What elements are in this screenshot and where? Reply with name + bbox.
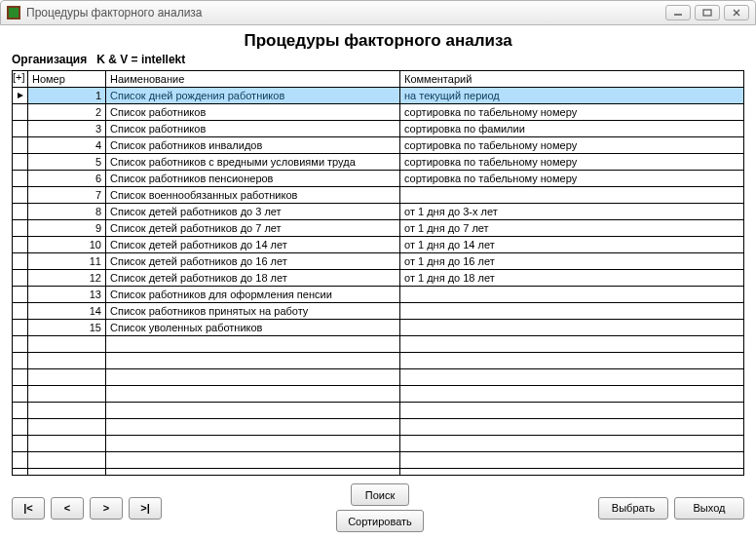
col-header-marker[interactable]: [+] [13,71,28,87]
cell-num: 2 [28,104,106,120]
table-row[interactable] [13,452,743,469]
cell-empty [13,403,28,418]
cell-name: Список детей работников до 7 лет [106,220,400,236]
exit-button[interactable]: Выход [674,497,744,520]
sort-button[interactable]: Сортировать [336,510,424,532]
cell-num: 4 [28,137,106,153]
cell-empty [28,336,106,352]
col-header-name[interactable]: Наименование [106,71,400,87]
row-marker [13,88,28,103]
table-row[interactable]: 7Список военнообязанных работников [13,187,743,204]
cell-empty [28,369,106,385]
cell-comment: сортировка по табельному номеру [400,137,743,153]
cell-name: Список военнообязанных работников [106,187,400,203]
cell-empty [106,403,400,418]
cell-num: 7 [28,187,106,203]
cell-empty [13,436,28,451]
table-row[interactable]: 3Список работниковсортировка по фамилии [13,121,743,137]
close-button[interactable] [724,5,749,20]
table-row[interactable]: 9Список детей работников до 7 летот 1 дн… [13,220,743,237]
cell-empty [13,353,28,368]
nav-last-button[interactable]: >| [129,497,162,520]
cell-comment [400,303,743,319]
cell-empty [400,419,743,435]
cell-empty [106,336,400,352]
cell-empty [13,452,28,468]
cell-comment: сортировка по табельному номеру [400,154,743,170]
cell-comment: от 1 дня до 14 лет [400,237,743,252]
table-row[interactable]: 12Список детей работников до 18 летот 1 … [13,270,743,287]
table-row[interactable] [13,469,743,475]
cell-comment [400,320,743,335]
table-row[interactable]: 11Список детей работников до 16 летот 1 … [13,253,743,270]
org-value: K & V = intellekt [96,53,185,66]
table-row[interactable]: 8Список детей работников до 3 летот 1 дн… [13,204,743,220]
table-row[interactable] [13,419,743,436]
cell-name: Список работников [106,121,400,136]
cell-num: 11 [28,253,106,269]
table-row[interactable] [13,369,743,386]
cell-num: 15 [28,320,106,335]
data-grid[interactable]: [+] Номер Наименование Комментарий 1Спис… [12,70,744,476]
cell-num: 13 [28,287,106,302]
table-row[interactable]: 2Список работниковсортировка по табельно… [13,104,743,121]
cell-comment: сортировка по табельному номеру [400,171,743,186]
row-marker [13,121,28,136]
cell-num: 9 [28,220,106,236]
table-row[interactable] [13,436,743,452]
svg-rect-3 [703,10,711,16]
nav-first-button[interactable]: |< [12,497,45,520]
table-row[interactable]: 5Список работников с вредными условиями … [13,154,743,171]
col-header-num[interactable]: Номер [28,71,106,87]
cell-empty [13,336,28,352]
cell-empty [106,419,400,435]
cell-empty [13,469,28,475]
select-button[interactable]: Выбрать [598,497,668,520]
table-row[interactable]: 6Список работников пенсионеровсортировка… [13,171,743,187]
svg-rect-1 [9,8,19,18]
app-icon [7,6,20,19]
nav-group: |< < > >| [12,497,162,520]
minimize-button[interactable] [665,5,691,20]
org-label: Организация [12,53,87,66]
row-marker [13,237,28,252]
footer: |< < > >| Поиск Сортировать Выбрать Выхо… [12,476,744,532]
table-row[interactable] [13,336,743,353]
cell-empty [13,386,28,402]
maximize-button[interactable] [695,5,720,20]
cell-num: 5 [28,154,106,170]
table-row[interactable]: 1Список дней рождения работниковна текущ… [13,88,743,104]
row-marker [13,287,28,302]
window-title: Процедуры факторного анализа [26,6,203,19]
cell-empty [106,469,400,475]
cell-empty [400,452,743,468]
cell-empty [106,353,400,368]
table-row[interactable]: 10Список детей работников до 14 летот 1 … [13,237,743,253]
table-row[interactable]: 15Список уволенных работников [13,320,743,336]
table-row[interactable]: 14Список работников принятых на работу [13,303,743,320]
table-row[interactable]: 13Список работников для оформления пенси… [13,287,743,303]
cell-name: Список дней рождения работников [106,88,400,103]
cell-comment: от 1 дня до 7 лет [400,220,743,236]
table-row[interactable]: 4Список работников инвалидовсортировка п… [13,137,743,154]
cell-num: 8 [28,204,106,219]
nav-prev-button[interactable]: < [51,497,84,520]
cell-num: 3 [28,121,106,136]
cell-name: Список работников для оформления пенсии [106,287,400,302]
row-marker [13,171,28,186]
cell-name: Список уволенных работников [106,320,400,335]
table-row[interactable] [13,386,743,403]
row-marker [13,187,28,203]
cell-empty [400,336,743,352]
cell-empty [106,436,400,451]
cell-name: Список работников принятых на работу [106,303,400,319]
grid-body[interactable]: 1Список дней рождения работниковна текущ… [13,88,743,475]
grid-header: [+] Номер Наименование Комментарий [13,71,743,88]
nav-next-button[interactable]: > [90,497,123,520]
search-button[interactable]: Поиск [351,483,409,506]
cell-comment [400,287,743,302]
svg-marker-6 [18,93,23,98]
col-header-comment[interactable]: Комментарий [400,71,743,87]
table-row[interactable] [13,403,743,419]
table-row[interactable] [13,353,743,369]
